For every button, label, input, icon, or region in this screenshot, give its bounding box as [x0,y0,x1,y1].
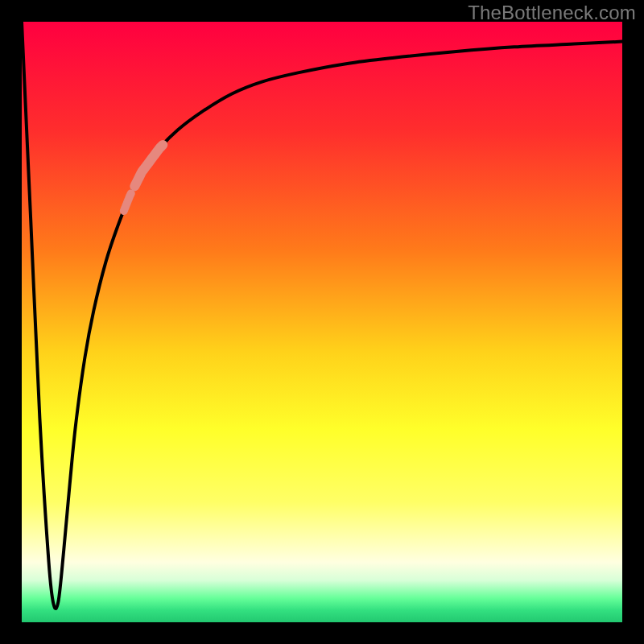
watermark-text: TheBottleneck.com [468,2,636,24]
bottleneck-curve [22,22,622,609]
plot-area [22,22,622,622]
chart-frame: TheBottleneck.com [0,0,644,644]
curve-highlight [124,193,131,211]
curve-highlight-group [124,145,163,211]
bottleneck-curve-svg [22,22,622,622]
curve-highlight [134,145,163,186]
